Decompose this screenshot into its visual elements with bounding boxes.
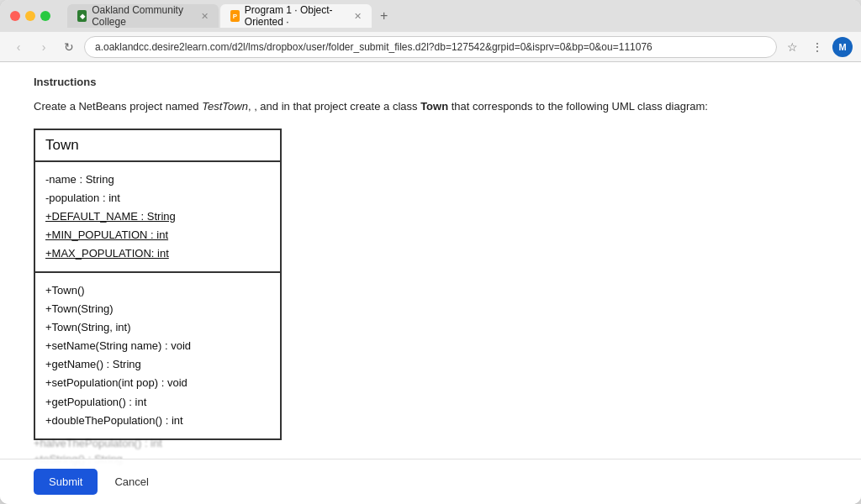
uml-field-1: -population : int	[45, 189, 270, 207]
minimize-window-button[interactable]	[25, 11, 35, 21]
menu-button[interactable]: ⋮	[807, 37, 827, 57]
submit-button[interactable]: Submit	[34, 469, 98, 495]
bottom-bar: Submit Cancel	[0, 459, 861, 504]
new-tab-button[interactable]: +	[373, 4, 394, 28]
class-name: Town	[420, 100, 448, 113]
uml-method-6: +getPopulation() : int	[45, 393, 270, 412]
uml-method-2: +Town(String, int)	[45, 318, 270, 337]
forward-button[interactable]: ›	[34, 37, 54, 57]
bookmark-button[interactable]: ☆	[782, 37, 802, 57]
bottom-bar-overlay: +halveThePopulaton() : int +toString() :…	[0, 437, 861, 504]
traffic-lights	[10, 11, 50, 21]
tab-program-close[interactable]: ✕	[354, 11, 362, 22]
uml-method-0: +Town()	[45, 281, 270, 300]
uml-method-5: +setPopulation(int pop) : void	[45, 374, 270, 392]
maximize-window-button[interactable]	[40, 11, 50, 21]
cancel-button[interactable]: Cancel	[106, 469, 156, 495]
uml-method-4: +getName() : String	[45, 355, 270, 374]
uml-methods: +Town() +Town(String) +Town(String, int)…	[35, 273, 280, 438]
uml-field-0: -name : String	[45, 171, 270, 189]
prog-favicon: P	[230, 10, 240, 22]
uml-class-name: Town	[35, 130, 280, 162]
close-window-button[interactable]	[10, 11, 20, 21]
tab-occ-close[interactable]: ✕	[201, 11, 209, 22]
tab-occ-label: Oakland Community College	[92, 4, 194, 28]
section-title: Instructions	[34, 76, 827, 88]
instruction-part3: that corresponds to the following UML cl…	[452, 100, 708, 113]
title-bar: ◆ Oakland Community College ✕ P Program …	[0, 0, 861, 32]
blurred-line-0: +halveThePopulaton() : int	[34, 437, 861, 449]
instruction-text: Create a NetBeans project named TestTown…	[34, 98, 827, 115]
tab-program[interactable]: P Program 1 · Object-Oriented · ✕	[220, 4, 372, 28]
toolbar: ‹ › ↻ ☆ ⋮ M	[0, 32, 861, 62]
tab-program-label: Program 1 · Object-Oriented ·	[245, 4, 347, 28]
instruction-part1: Create a NetBeans project named	[34, 100, 199, 113]
uml-field-4: +MAX_POPULATION: int	[45, 244, 270, 263]
address-bar[interactable]	[84, 36, 777, 58]
tabs-bar: ◆ Oakland Community College ✕ P Program …	[67, 4, 394, 28]
uml-fields: -name : String -population : int +DEFAUL…	[35, 162, 280, 273]
back-button[interactable]: ‹	[8, 37, 29, 57]
uml-method-7: +doubleThePopulation() : int	[45, 412, 270, 430]
uml-field-2: +DEFAULT_NAME : String	[45, 207, 270, 226]
user-avatar[interactable]: M	[832, 37, 853, 57]
uml-method-3: +setName(String name) : void	[45, 337, 270, 355]
blurred-content: +halveThePopulaton() : int +toString() :…	[34, 437, 861, 459]
occ-favicon: ◆	[77, 10, 87, 22]
tab-occ[interactable]: ◆ Oakland Community College ✕	[67, 4, 219, 28]
uml-field-3: +MIN_POPULATION : int	[45, 226, 270, 244]
project-name: TestTown	[202, 100, 248, 113]
browser-window: ◆ Oakland Community College ✕ P Program …	[0, 0, 861, 504]
instruction-part2: , and in that project create a class	[254, 100, 417, 113]
uml-method-1: +Town(String)	[45, 300, 270, 318]
page-content: Instructions Create a NetBeans project n…	[0, 62, 861, 504]
uml-diagram: Town -name : String -population : int +D…	[34, 129, 282, 440]
refresh-button[interactable]: ↻	[59, 37, 79, 57]
